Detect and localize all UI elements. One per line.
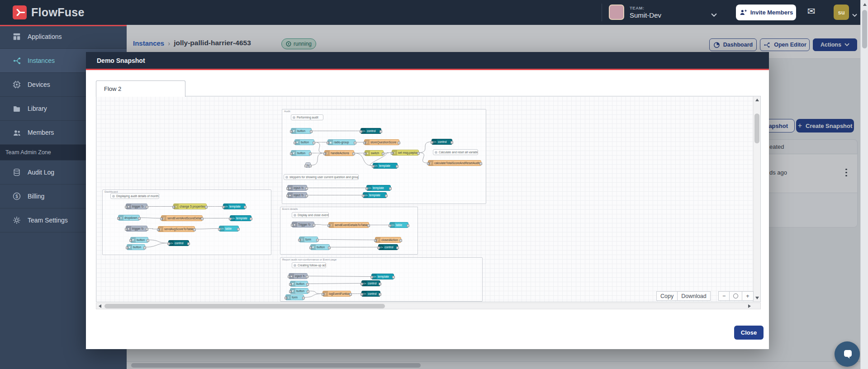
- function-node-icon: ƒ: [158, 227, 163, 232]
- function-node-icon: ƒ: [375, 237, 380, 242]
- copy-button[interactable]: Copy: [656, 291, 678, 301]
- modal-header: Demo Snapshot: [86, 52, 769, 70]
- template-node-icon: </>: [230, 216, 235, 221]
- brand[interactable]: FlowFuse: [13, 5, 85, 19]
- modal-title: Demo Snapshot: [97, 57, 145, 64]
- flow-node-comment: Performing audit: [291, 114, 323, 120]
- comment-dot-icon: [285, 176, 288, 179]
- link-node-icon: ⇅: [306, 163, 310, 167]
- scroll-down-icon[interactable]: [754, 294, 761, 302]
- flow-tab[interactable]: Flow 2: [96, 80, 185, 97]
- flow-node-label: trigger ↻: [132, 226, 147, 231]
- button-node-icon: ☛: [295, 140, 300, 145]
- flow-node-function: ƒhandleActions: [324, 150, 354, 156]
- sidebar-item-applications[interactable]: Applications: [0, 25, 127, 49]
- canvas-vertical-scrollbar[interactable]: [753, 96, 760, 302]
- team-selector[interactable]: TEAM: Sumit-Dev: [609, 5, 661, 20]
- comment-dot-icon: [294, 214, 296, 217]
- canvas-hscroll-thumb[interactable]: [104, 304, 385, 308]
- flowfuse-logo-icon: [13, 5, 27, 19]
- audit-log-icon: [12, 168, 22, 177]
- flow-node-label: control: [368, 281, 380, 286]
- instances-icon: [12, 57, 22, 65]
- team-name: Sumit-Dev: [630, 11, 661, 19]
- page-vertical-scrollbar[interactable]: [860, 0, 868, 369]
- flow-node-function: ƒlogEventFuntion: [323, 291, 351, 297]
- flow-node-control: </>control: [168, 240, 189, 246]
- flow-node-label: sendAvgScoreToTable: [164, 227, 194, 232]
- function-node-icon: ƒ: [365, 140, 370, 145]
- invite-members-button[interactable]: Invite Members: [736, 5, 796, 20]
- flow-node-change: ×set msg.payload: [392, 150, 419, 156]
- template-node-icon: </>: [363, 193, 368, 198]
- flow-node-inject: ►inject ↻: [289, 273, 308, 279]
- zoom-reset-button[interactable]: [730, 291, 742, 301]
- mail-icon[interactable]: ✉: [807, 6, 816, 17]
- flow-node-control: </>control: [432, 139, 452, 145]
- flow-node-template: </>template: [371, 274, 394, 279]
- page-scroll-up-icon[interactable]: [861, 1, 868, 8]
- sidebar-item-label: Billing: [28, 193, 44, 200]
- flow-node-label: control: [368, 291, 380, 296]
- chat-bubble-icon: [841, 348, 854, 360]
- ui-node-icon: ▾: [119, 215, 123, 220]
- close-button[interactable]: Close: [734, 326, 764, 340]
- canvas-horizontal-scrollbar[interactable]: [96, 303, 761, 309]
- flow-node-label: Performing audit: [297, 115, 323, 120]
- team-chevron-down-icon[interactable]: [711, 11, 717, 19]
- canvas-copy-tools: Copy Download: [656, 291, 711, 301]
- scroll-left-icon[interactable]: [96, 303, 104, 310]
- scroll-up-icon[interactable]: [754, 96, 761, 104]
- flow-node-function: ƒcalculateTotalScoreAndResetAudit: [428, 160, 481, 166]
- flow-node-ui: ≡form: [285, 294, 304, 300]
- chat-widget-button[interactable]: [835, 341, 860, 367]
- flow-node-label: switch: [371, 151, 383, 156]
- flow-node-label: table: [396, 222, 408, 227]
- inject-node-icon: ►: [292, 222, 297, 227]
- flow-node-label: logEventFuntion: [329, 291, 351, 296]
- applications-icon: [12, 32, 22, 41]
- flow-node-label: radio-group: [334, 140, 355, 145]
- flow-node-label: button: [301, 140, 314, 145]
- zoom-out-button[interactable]: −: [718, 291, 730, 301]
- flow-node-label: sendEventAndScoreDetails: [167, 216, 202, 221]
- flow-node-ui: ▾dropdown: [118, 215, 140, 221]
- flow-node-inject: ►trigger ↻: [126, 203, 147, 209]
- user-avatar[interactable]: su: [834, 5, 849, 20]
- user-chevron-down-icon[interactable]: [852, 11, 857, 19]
- download-button[interactable]: Download: [678, 291, 711, 301]
- flow-node-label: set msg.payload: [398, 150, 418, 155]
- control-node-icon: </>: [361, 128, 366, 133]
- flow-node-label: button: [297, 128, 311, 133]
- flow-node-template: </>template: [366, 185, 391, 191]
- template-node-icon: </>: [372, 274, 377, 279]
- zoom-in-button[interactable]: +: [742, 291, 753, 301]
- change-node-icon: ×: [174, 204, 179, 209]
- flow-node-button: ☛button: [290, 288, 308, 294]
- function-node-icon: ƒ: [325, 151, 330, 156]
- ui-node-icon: ≡: [299, 237, 304, 242]
- canvas-vscroll-thumb[interactable]: [754, 114, 759, 143]
- control-node-icon: </>: [362, 291, 367, 296]
- snapshot-modal: Demo Snapshot Flow 2 Copy Download − + A…: [86, 52, 769, 349]
- flow-node-label: Calculate and reset all variable: [439, 150, 478, 155]
- flow-canvas[interactable]: Copy Download − + AuditPerforming audit☛…: [96, 96, 761, 302]
- change-node-icon: ×: [392, 150, 397, 155]
- template-node-icon: </>: [367, 185, 372, 190]
- page-vscroll-thumb[interactable]: [862, 10, 867, 48]
- flow-node-inject: ►inject ↻: [287, 185, 307, 191]
- ui-node-icon: ≡: [286, 295, 291, 300]
- inject-node-icon: ►: [288, 193, 293, 198]
- button-node-icon: ☛: [290, 281, 295, 286]
- button-node-icon: ☛: [291, 151, 296, 156]
- ui-node-icon: ◉: [328, 140, 333, 145]
- scroll-right-icon[interactable]: [746, 303, 753, 310]
- flow-node-template: </>template: [373, 163, 398, 169]
- flow-node-label: button: [317, 245, 329, 250]
- flow-node-label: Display and close events: [298, 213, 328, 218]
- team-label: TEAM:: [630, 5, 661, 10]
- flow-node-label: handleActions: [331, 151, 354, 156]
- sidebar-item-label: Audit Log: [28, 169, 54, 176]
- flow-node-label: inject ↻: [295, 274, 307, 279]
- billing-icon: $: [12, 192, 22, 201]
